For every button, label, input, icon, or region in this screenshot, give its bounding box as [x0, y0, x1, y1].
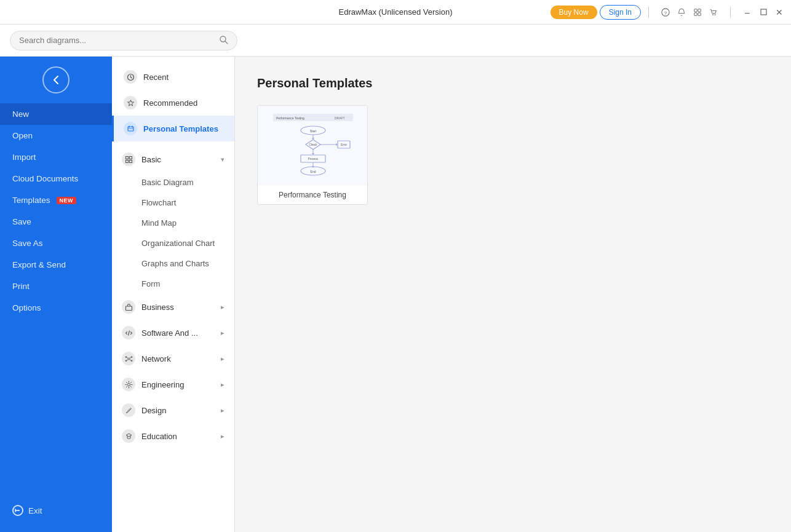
svg-rect-14: [128, 127, 133, 131]
personal-icon: [124, 122, 137, 135]
svg-line-31: [127, 359, 128, 360]
svg-line-23: [128, 330, 129, 335]
nav-item-save-as[interactable]: Save As: [0, 232, 112, 254]
network-section-left: Network: [122, 352, 171, 365]
svg-rect-5: [698, 12, 701, 15]
sub-basic-diagram[interactable]: Basic Diagram: [112, 172, 234, 193]
search-bar[interactable]: [10, 31, 237, 50]
svg-line-29: [127, 357, 128, 358]
nav-item-print[interactable]: Print: [0, 276, 112, 297]
nav-item-options[interactable]: Options: [0, 297, 112, 319]
templates-badge: NEW: [57, 197, 77, 204]
nav-item-exit[interactable]: Exit: [0, 499, 112, 522]
basic-section-left: Basic: [122, 153, 161, 166]
nav-label-save: Save: [12, 217, 31, 226]
nav-item-open[interactable]: Open: [0, 125, 112, 146]
sub-org-chart[interactable]: Organizational Chart: [112, 233, 234, 253]
software-icon: [122, 326, 135, 339]
svg-rect-8: [761, 9, 766, 15]
svg-rect-20: [125, 160, 128, 162]
titlebar: EdrawMax (Unlicensed Version) Buy Now Si…: [0, 0, 791, 25]
svg-point-25: [125, 356, 127, 357]
bell-icon[interactable]: [677, 8, 686, 17]
recent-icon: [124, 70, 137, 84]
network-icon: [122, 352, 135, 365]
mid-label-personal: Personal Templates: [143, 124, 218, 133]
titlebar-divider2: [730, 7, 731, 18]
svg-point-27: [125, 360, 127, 361]
network-label: Network: [141, 354, 171, 363]
page-title: Personal Templates: [257, 76, 769, 90]
nav-item-templates[interactable]: Templates NEW: [0, 189, 112, 211]
mid-section-design[interactable]: Design ▸: [112, 397, 234, 423]
svg-text:Performance Testing: Performance Testing: [276, 116, 304, 120]
nav-label-templates: Templates: [12, 196, 50, 205]
nav-item-export[interactable]: Export & Send: [0, 254, 112, 276]
svg-point-33: [127, 383, 130, 386]
svg-line-10: [225, 41, 228, 44]
mid-section-business[interactable]: Business ▸: [112, 294, 234, 320]
minimize-button[interactable]: –: [743, 8, 752, 17]
basic-label: Basic: [141, 155, 161, 164]
svg-line-30: [130, 357, 131, 358]
svg-text:DRAFT: DRAFT: [335, 116, 345, 120]
nav-item-import[interactable]: Import: [0, 146, 112, 168]
mid-section-engineering[interactable]: Engineering ▸: [112, 371, 234, 397]
templates-grid: Performance Testing DRAFT Start Check: [257, 105, 769, 205]
mid-section-network[interactable]: Network ▸: [112, 346, 234, 371]
nav-item-cloud[interactable]: Cloud Documents: [0, 168, 112, 189]
close-button[interactable]: ✕: [775, 8, 784, 17]
svg-text:Error: Error: [341, 143, 348, 146]
template-name-perf: Performance Testing: [258, 186, 367, 204]
nav-item-save[interactable]: Save: [0, 211, 112, 232]
mid-item-personal[interactable]: Personal Templates: [112, 116, 234, 141]
nav-item-new[interactable]: New: [0, 103, 112, 125]
nav-label-exit: Exit: [28, 506, 42, 515]
business-section-left: Business: [122, 300, 174, 314]
content-area: Personal Templates Performance Testing D…: [235, 57, 791, 532]
network-chevron: ▸: [221, 355, 225, 363]
template-card-perf[interactable]: Performance Testing DRAFT Start Check: [257, 105, 368, 205]
svg-line-32: [130, 359, 131, 360]
svg-rect-19: [129, 156, 132, 159]
maximize-button[interactable]: [759, 8, 768, 17]
nav-label-export: Export & Send: [12, 260, 66, 269]
sub-mind-map[interactable]: Mind Map: [112, 213, 234, 233]
cart-icon[interactable]: [709, 8, 718, 17]
titlebar-actions: Buy Now Sign In ? – ✕: [551, 5, 784, 20]
nav-label-print: Print: [12, 282, 30, 291]
sub-flowchart[interactable]: Flowchart: [112, 193, 234, 213]
mid-section-education[interactable]: Education ▸: [112, 423, 234, 449]
svg-rect-18: [125, 156, 128, 159]
svg-point-7: [715, 14, 716, 15]
mid-label-recent: Recent: [143, 73, 169, 82]
buy-now-button[interactable]: Buy Now: [551, 6, 597, 19]
svg-point-6: [712, 14, 713, 15]
sub-graphs-charts[interactable]: Graphs and Charts: [112, 253, 234, 274]
window-controls: ? – ✕: [661, 7, 784, 18]
nav-label-cloud: Cloud Documents: [12, 174, 78, 183]
svg-point-26: [131, 356, 132, 357]
software-chevron: ▸: [221, 329, 225, 337]
nav-label-options: Options: [12, 303, 41, 312]
design-label: Design: [141, 406, 166, 415]
nav-label-new: New: [12, 109, 29, 119]
sub-form[interactable]: Form: [112, 274, 234, 294]
education-section-left: Education: [122, 429, 177, 443]
nav-label-import: Import: [12, 153, 36, 162]
question-icon[interactable]: ?: [661, 8, 670, 17]
back-button[interactable]: [42, 66, 70, 93]
search-input[interactable]: [19, 36, 214, 45]
grid-icon[interactable]: [693, 8, 702, 17]
svg-text:Start: Start: [310, 129, 317, 132]
sign-in-button[interactable]: Sign In: [600, 5, 641, 20]
basic-chevron: ▾: [221, 156, 225, 164]
svg-text:?: ?: [664, 10, 667, 15]
mid-item-recent[interactable]: Recent: [112, 64, 234, 90]
svg-rect-21: [129, 160, 132, 162]
template-preview-perf: Performance Testing DRAFT Start Check: [258, 106, 368, 186]
software-section-left: Software And ...: [122, 326, 198, 339]
mid-item-recommended[interactable]: Recommended: [112, 90, 234, 116]
mid-section-basic[interactable]: Basic ▾: [112, 146, 234, 172]
mid-section-software[interactable]: Software And ... ▸: [112, 320, 234, 346]
